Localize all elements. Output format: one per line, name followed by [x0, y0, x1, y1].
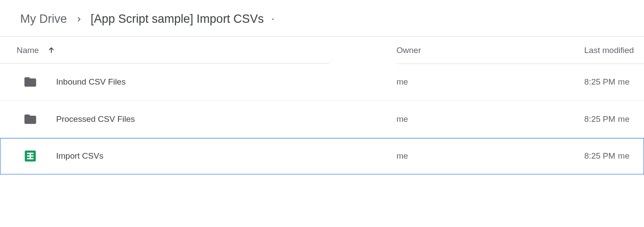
folder-icon [17, 112, 44, 126]
drive-folder-view: My Drive [App Script sample] Import CSVs… [0, 0, 644, 174]
file-list-table: Name Owner Last modified Inbound CSV Fil… [0, 37, 644, 174]
table-header-row: Name Owner Last modified [0, 37, 644, 64]
column-header-modified[interactable]: Last modified [584, 37, 644, 64]
cell-name: Inbound CSV Files [0, 64, 397, 101]
table-row[interactable]: Inbound CSV Filesme8:25 PMme [0, 64, 644, 101]
table-row[interactable]: Processed CSV Filesme8:25 PMme [0, 101, 644, 138]
cell-name: Import CSVs [0, 138, 397, 174]
column-header-name-label: Name [17, 46, 39, 55]
column-header-owner[interactable]: Owner [397, 37, 584, 64]
file-name: Inbound CSV Files [56, 77, 125, 87]
cell-modified: 8:25 PMme [584, 138, 644, 174]
modified-time: 8:25 PM [584, 151, 615, 160]
caret-down-icon [270, 16, 276, 22]
modified-time: 8:25 PM [584, 114, 615, 124]
cell-name: Processed CSV Files [0, 101, 397, 138]
cell-modified: 8:25 PMme [584, 64, 644, 101]
svg-rect-5 [30, 153, 31, 160]
folder-icon [17, 75, 44, 89]
breadcrumb-current-label: [App Script sample] Import CSVs [91, 12, 264, 26]
breadcrumb: My Drive [App Script sample] Import CSVs [0, 11, 644, 37]
column-header-modified-label: Last modified [584, 46, 634, 55]
arrow-up-icon [47, 46, 56, 55]
table-row[interactable]: Import CSVsme8:25 PMme [0, 138, 644, 174]
column-header-owner-label: Owner [397, 46, 421, 55]
modified-by: me [618, 77, 630, 86]
modified-time: 8:25 PM [584, 77, 615, 86]
chevron-right-icon [75, 15, 83, 23]
breadcrumb-root[interactable]: My Drive [20, 11, 67, 28]
modified-by: me [618, 114, 630, 124]
modified-by: me [618, 151, 630, 160]
file-name: Import CSVs [56, 151, 104, 161]
column-header-name[interactable]: Name [0, 37, 329, 64]
sheets-icon [17, 149, 44, 163]
cell-owner: me [397, 64, 584, 101]
breadcrumb-current-folder[interactable]: [App Script sample] Import CSVs [91, 12, 276, 26]
file-name: Processed CSV Files [56, 114, 135, 124]
cell-modified: 8:25 PMme [584, 101, 644, 138]
cell-owner: me [397, 138, 584, 174]
cell-owner: me [397, 101, 584, 138]
